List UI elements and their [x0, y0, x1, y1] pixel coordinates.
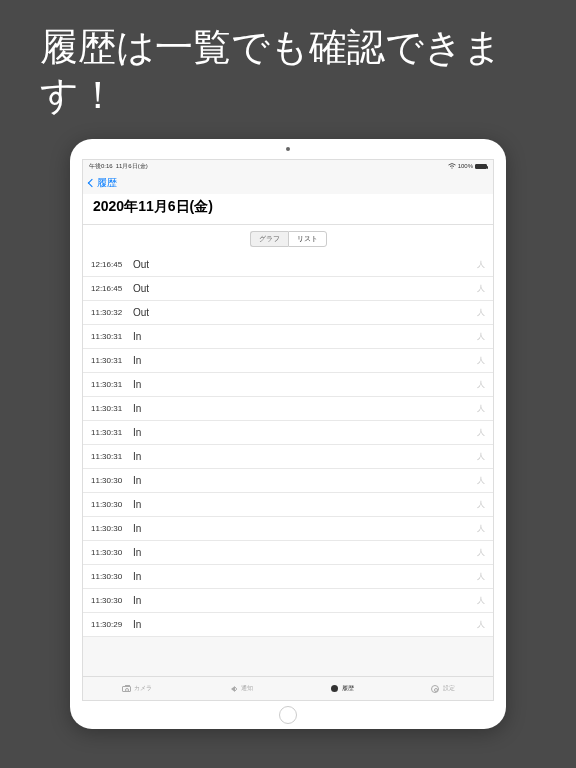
- battery-icon: [475, 164, 487, 169]
- row-status: Out: [133, 283, 477, 294]
- row-time: 11:30:31: [91, 452, 133, 461]
- row-tag: 人: [477, 307, 485, 318]
- row-time: 11:30:30: [91, 596, 133, 605]
- row-status: In: [133, 427, 477, 438]
- list-item[interactable]: 11:30:31In人: [83, 349, 493, 373]
- tab-camera-label: カメラ: [134, 684, 152, 693]
- device-camera-dot: [286, 147, 290, 151]
- row-tag: 人: [477, 523, 485, 534]
- row-time: 11:30:31: [91, 428, 133, 437]
- row-time: 12:16:45: [91, 260, 133, 269]
- row-tag: 人: [477, 571, 485, 582]
- camera-icon: [121, 684, 131, 694]
- row-status: In: [133, 523, 477, 534]
- tab-settings-label: 設定: [443, 684, 455, 693]
- row-time: 11:30:30: [91, 548, 133, 557]
- status-bar: 午後0:16 11月6日(金) 100%: [83, 160, 493, 172]
- row-tag: 人: [477, 427, 485, 438]
- row-tag: 人: [477, 379, 485, 390]
- row-status: In: [133, 619, 477, 630]
- row-time: 11:30:31: [91, 356, 133, 365]
- history-list: 12:16:45Out人12:16:45Out人11:30:32Out人11:3…: [83, 253, 493, 637]
- list-item[interactable]: 11:30:30In人: [83, 517, 493, 541]
- list-item[interactable]: 11:30:31In人: [83, 397, 493, 421]
- row-tag: 人: [477, 259, 485, 270]
- list-item[interactable]: 11:30:30In人: [83, 589, 493, 613]
- row-tag: 人: [477, 547, 485, 558]
- settings-icon: [430, 684, 440, 694]
- status-time: 午後0:16: [89, 162, 113, 171]
- list-item[interactable]: 12:16:45Out人: [83, 277, 493, 301]
- list-item[interactable]: 11:30:31In人: [83, 373, 493, 397]
- list-item[interactable]: 11:30:30In人: [83, 541, 493, 565]
- back-button[interactable]: 履歴: [89, 176, 117, 190]
- row-tag: 人: [477, 499, 485, 510]
- device-screen: 午後0:16 11月6日(金) 100% 履歴 2020年11月6日(金) グラ…: [82, 159, 494, 701]
- list-item[interactable]: 11:30:30In人: [83, 469, 493, 493]
- page-title: 2020年11月6日(金): [83, 194, 493, 225]
- row-time: 11:30:30: [91, 500, 133, 509]
- row-status: Out: [133, 259, 477, 270]
- navigation-bar: 履歴: [83, 172, 493, 194]
- tab-bar: カメラ 通知 履歴 設定: [83, 676, 493, 700]
- row-time: 11:30:30: [91, 572, 133, 581]
- row-time: 11:30:29: [91, 620, 133, 629]
- promo-headline: 履歴は一覧でも確認できます！: [0, 0, 576, 139]
- row-status: In: [133, 403, 477, 414]
- row-tag: 人: [477, 403, 485, 414]
- list-item[interactable]: 11:30:31In人: [83, 421, 493, 445]
- list-item[interactable]: 11:30:30In人: [83, 493, 493, 517]
- ipad-device-frame: 午後0:16 11月6日(金) 100% 履歴 2020年11月6日(金) グラ…: [70, 139, 506, 729]
- row-tag: 人: [477, 283, 485, 294]
- row-time: 11:30:30: [91, 524, 133, 533]
- row-status: Out: [133, 307, 477, 318]
- list-item[interactable]: 11:30:31In人: [83, 325, 493, 349]
- tab-history-label: 履歴: [342, 684, 354, 693]
- tab-history[interactable]: 履歴: [329, 684, 354, 694]
- row-status: In: [133, 595, 477, 606]
- row-tag: 人: [477, 355, 485, 366]
- row-tag: 人: [477, 331, 485, 342]
- row-tag: 人: [477, 619, 485, 630]
- back-label: 履歴: [97, 176, 117, 190]
- chevron-left-icon: [88, 179, 96, 187]
- row-status: In: [133, 331, 477, 342]
- battery-percent: 100%: [458, 163, 473, 169]
- row-time: 11:30:31: [91, 332, 133, 341]
- tab-settings[interactable]: 設定: [430, 684, 455, 694]
- tab-notify[interactable]: 通知: [228, 684, 253, 694]
- row-tag: 人: [477, 451, 485, 462]
- row-time: 12:16:45: [91, 284, 133, 293]
- row-time: 11:30:31: [91, 380, 133, 389]
- list-item[interactable]: 11:30:31In人: [83, 445, 493, 469]
- segment-list[interactable]: リスト: [288, 231, 327, 247]
- segment-graph[interactable]: グラフ: [250, 231, 288, 247]
- row-status: In: [133, 571, 477, 582]
- row-status: In: [133, 475, 477, 486]
- list-item[interactable]: 11:30:30In人: [83, 565, 493, 589]
- row-time: 11:30:30: [91, 476, 133, 485]
- row-tag: 人: [477, 475, 485, 486]
- segment-control: グラフ リスト: [83, 225, 493, 253]
- status-date: 11月6日(金): [116, 162, 148, 171]
- list-item[interactable]: 11:30:32Out人: [83, 301, 493, 325]
- svg-point-0: [451, 167, 452, 168]
- row-status: In: [133, 379, 477, 390]
- history-icon: [329, 684, 339, 694]
- list-item[interactable]: 12:16:45Out人: [83, 253, 493, 277]
- row-tag: 人: [477, 595, 485, 606]
- list-item[interactable]: 11:30:29In人: [83, 613, 493, 637]
- row-time: 11:30:31: [91, 404, 133, 413]
- speaker-icon: [228, 684, 238, 694]
- tab-camera[interactable]: カメラ: [121, 684, 152, 694]
- row-status: In: [133, 499, 477, 510]
- row-status: In: [133, 547, 477, 558]
- tab-notify-label: 通知: [241, 684, 253, 693]
- home-button[interactable]: [279, 706, 297, 724]
- wifi-icon: [448, 163, 456, 170]
- row-time: 11:30:32: [91, 308, 133, 317]
- row-status: In: [133, 451, 477, 462]
- row-status: In: [133, 355, 477, 366]
